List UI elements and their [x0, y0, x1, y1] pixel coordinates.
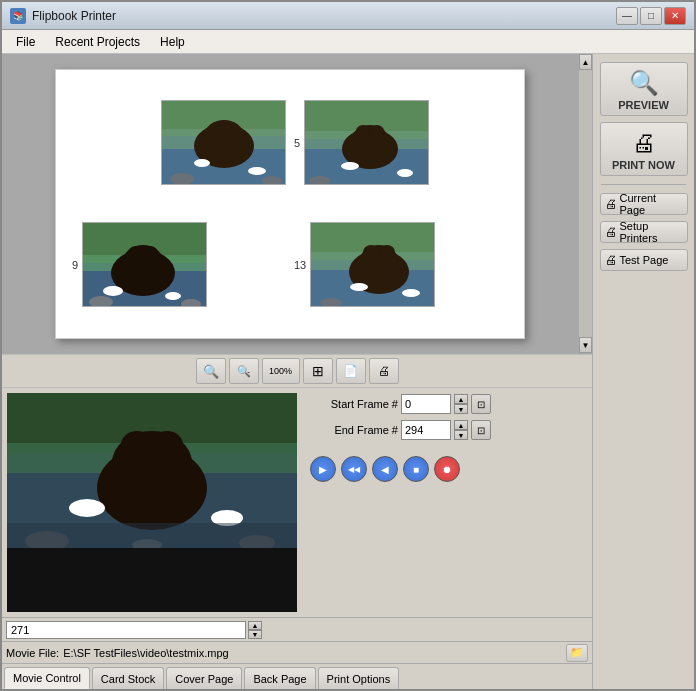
playback-controls: ▶ ◀◀ ◀ ■ ⏺ — [310, 456, 584, 482]
preview-label: PREVIEW — [618, 99, 669, 111]
print-now-label: PRINT NOW — [612, 159, 675, 171]
frame-number-field[interactable] — [6, 621, 246, 639]
current-page-label: Current Page — [620, 192, 683, 216]
tab-print-options[interactable]: Print Options — [318, 667, 400, 689]
app-window: 📚 Flipbook Printer — □ ✕ File Recent Pro… — [0, 0, 696, 691]
frame-cell-2: 5 — [294, 86, 508, 200]
start-frame-go[interactable]: ⊡ — [471, 394, 491, 414]
fit-width-button[interactable]: ⊞ — [303, 358, 333, 384]
test-page-button[interactable]: 🖨 Test Page — [600, 249, 688, 271]
scroll-up-button[interactable]: ▲ — [579, 54, 592, 70]
end-frame-label: End Frame # — [310, 424, 398, 436]
svg-point-17 — [370, 125, 384, 137]
tab-card-stock[interactable]: Card Stock — [92, 667, 164, 689]
sidebar-divider — [601, 184, 686, 185]
svg-point-18 — [341, 162, 359, 170]
svg-point-9 — [170, 173, 194, 185]
minimize-button[interactable]: — — [616, 7, 638, 25]
page-preview: 5 — [55, 69, 525, 339]
bottom-half: Start Frame # ▲ ▼ ⊡ End Frame # ▲ — [2, 388, 592, 617]
print-now-button[interactable]: 🖨 PRINT NOW — [600, 122, 688, 176]
browse-button[interactable]: 📁 — [566, 644, 588, 662]
test-page-label: Test Page — [620, 254, 669, 266]
app-icon: 📚 — [10, 8, 26, 24]
movie-file-bar: Movie File: E:\SF TestFiles\video\testmi… — [2, 641, 592, 663]
svg-point-19 — [397, 169, 413, 177]
svg-point-48 — [151, 431, 183, 459]
svg-point-39 — [350, 283, 368, 291]
frame-down-button[interactable]: ▼ — [248, 630, 262, 639]
frame-cell-4: 13 — [294, 208, 508, 322]
video-bear-scene — [7, 393, 297, 548]
record-button[interactable]: ⏺ — [434, 456, 460, 482]
tab-movie-control[interactable]: Movie Control — [4, 667, 90, 689]
bear-scene-4 — [311, 223, 435, 307]
window-controls: — □ ✕ — [616, 7, 686, 25]
start-frame-control: Start Frame # ▲ ▼ ⊡ — [310, 394, 584, 414]
start-frame-input[interactable] — [401, 394, 451, 414]
test-page-icon: 🖨 — [605, 253, 617, 267]
start-frame-spinner: ▲ ▼ — [454, 394, 468, 414]
preview-button[interactable]: 🔍 PREVIEW — [600, 62, 688, 116]
right-sidebar: 🔍 PREVIEW 🖨 PRINT NOW 🖨 Current Page 🖨 S… — [592, 54, 694, 689]
video-thumbnail — [7, 393, 297, 612]
start-frame-down[interactable]: ▼ — [454, 404, 468, 414]
prev-button[interactable]: ◀ — [372, 456, 398, 482]
tab-cover-page[interactable]: Cover Page — [166, 667, 242, 689]
start-frame-up[interactable]: ▲ — [454, 394, 468, 404]
start-frame-label: Start Frame # — [310, 398, 398, 410]
frame-up-button[interactable]: ▲ — [248, 621, 262, 630]
bear-scene-3 — [83, 223, 207, 307]
frame-image-2 — [304, 100, 429, 185]
current-page-button[interactable]: 🖨 Current Page — [600, 193, 688, 215]
menu-recent[interactable]: Recent Projects — [45, 33, 150, 51]
frame-cell-3: 9 — [72, 208, 286, 322]
svg-rect-55 — [7, 523, 297, 548]
svg-point-47 — [121, 431, 153, 459]
print-preview-area: ▲ ▼ — [2, 54, 592, 354]
svg-point-6 — [223, 122, 239, 136]
scroll-down-button[interactable]: ▼ — [579, 337, 592, 353]
svg-point-7 — [194, 159, 210, 167]
title-bar: 📚 Flipbook Printer — □ ✕ — [2, 2, 694, 30]
svg-point-40 — [402, 289, 420, 297]
frame-image-4 — [310, 222, 435, 307]
svg-point-27 — [142, 246, 158, 260]
setup-printers-icon: 🖨 — [605, 225, 617, 239]
end-frame-input[interactable] — [401, 420, 451, 440]
end-frame-go[interactable]: ⊡ — [471, 420, 491, 440]
frame-image-1 — [161, 100, 286, 185]
stop-button[interactable]: ■ — [403, 456, 429, 482]
frame-image-3 — [82, 222, 207, 307]
scroll-track — [579, 70, 592, 337]
preview-canvas: 5 — [2, 69, 578, 339]
zoom-in-button[interactable]: 🔍 — [196, 358, 226, 384]
zoom-100-button[interactable]: 100% — [262, 358, 300, 384]
end-frame-down[interactable]: ▼ — [454, 430, 468, 440]
svg-point-26 — [128, 246, 144, 260]
svg-point-5 — [209, 122, 225, 136]
frame-number-spinner: ▲ ▼ — [248, 621, 262, 639]
tabs-bar: Movie Control Card Stock Cover Page Back… — [2, 663, 592, 689]
fit-page-button[interactable]: 📄 — [336, 358, 366, 384]
svg-point-29 — [165, 292, 181, 300]
setup-printers-label: Setup Printers — [620, 220, 683, 244]
menu-bar: File Recent Projects Help — [2, 30, 694, 54]
menu-help[interactable]: Help — [150, 33, 195, 51]
main-area: ▲ ▼ — [2, 54, 694, 689]
print-now-icon: 🖨 — [632, 129, 656, 157]
print-action-button[interactable]: 🖨 — [369, 358, 399, 384]
tab-back-page[interactable]: Back Page — [244, 667, 315, 689]
maximize-button[interactable]: □ — [640, 7, 662, 25]
close-button[interactable]: ✕ — [664, 7, 686, 25]
end-frame-control: End Frame # ▲ ▼ ⊡ — [310, 420, 584, 440]
vertical-scrollbar[interactable]: ▲ ▼ — [578, 54, 592, 353]
zoom-toolbar: 🔍 🔍- 100% ⊞ 📄 🖨 — [2, 354, 592, 388]
menu-file[interactable]: File — [6, 33, 45, 51]
setup-printers-button[interactable]: 🖨 Setup Printers — [600, 221, 688, 243]
zoom-out-button[interactable]: 🔍- — [229, 358, 259, 384]
prev-all-button[interactable]: ◀◀ — [341, 456, 367, 482]
play-button[interactable]: ▶ — [310, 456, 336, 482]
frame-number-bar: ▲ ▼ — [2, 617, 592, 641]
end-frame-up[interactable]: ▲ — [454, 420, 468, 430]
